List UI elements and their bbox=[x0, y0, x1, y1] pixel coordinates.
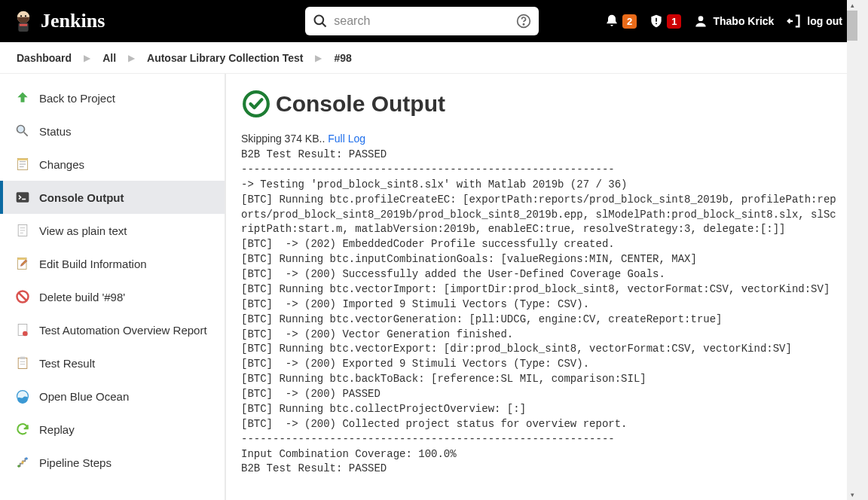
steps-icon bbox=[15, 455, 30, 470]
search-icon bbox=[313, 14, 328, 29]
arrow-up-icon bbox=[15, 90, 30, 105]
logout-link[interactable]: log out bbox=[786, 13, 842, 29]
crumb-dashboard[interactable]: Dashboard bbox=[8, 47, 81, 69]
sidebar-label: Pipeline Steps bbox=[39, 456, 112, 469]
alert-badge: 1 bbox=[667, 14, 681, 29]
sidebar-item-result[interactable]: Test Result bbox=[0, 346, 225, 380]
blueocean-icon bbox=[15, 389, 30, 404]
svg-point-11 bbox=[698, 16, 704, 21]
breadcrumb: Dashboard ▶ All ▶ Autosar Library Collec… bbox=[0, 42, 857, 74]
sidebar-label: Test Automation Overview Report bbox=[39, 324, 207, 337]
skip-info: Skipping 374 KB.. Full Log bbox=[241, 133, 842, 145]
user-link[interactable]: Thabo Krick bbox=[693, 14, 774, 29]
svg-point-3 bbox=[20, 15, 22, 17]
delete-icon bbox=[15, 289, 30, 304]
svg-rect-26 bbox=[17, 258, 26, 261]
svg-rect-9 bbox=[656, 18, 657, 22]
svg-rect-2 bbox=[20, 24, 27, 26]
sidebar-label: Open Blue Ocean bbox=[39, 390, 129, 403]
clipboard-icon bbox=[15, 355, 30, 370]
crumb-view[interactable]: All bbox=[93, 47, 125, 69]
sidebar-label: Replay bbox=[39, 423, 75, 436]
sidebar-item-delete[interactable]: Delete build '#98' bbox=[0, 280, 225, 313]
svg-point-8 bbox=[524, 24, 524, 25]
page-header: Jenkins 2 bbox=[0, 0, 857, 42]
help-icon[interactable] bbox=[516, 14, 531, 29]
page-title: Console Output bbox=[276, 91, 445, 117]
sidebar-item-replay[interactable]: Replay bbox=[0, 413, 225, 446]
main-content: Console Output Skipping 374 KB.. Full Lo… bbox=[226, 74, 857, 500]
scroll-down-arrow[interactable]: ▾ bbox=[847, 489, 857, 500]
notepad-icon bbox=[15, 157, 30, 172]
sidebar-item-edit[interactable]: Edit Build Information bbox=[0, 247, 225, 280]
sidebar-item-pipeline[interactable]: Pipeline Steps bbox=[0, 446, 225, 479]
svg-line-13 bbox=[24, 133, 28, 136]
sidebar-item-status[interactable]: Status bbox=[0, 114, 225, 148]
replay-icon bbox=[15, 422, 30, 437]
sidebar-item-blueocean[interactable]: Open Blue Ocean bbox=[0, 380, 225, 413]
document-icon bbox=[15, 223, 30, 238]
logout-label: log out bbox=[807, 15, 842, 27]
sidebar-label: Console Output bbox=[39, 191, 124, 204]
svg-point-36 bbox=[17, 465, 20, 467]
search-input[interactable] bbox=[334, 14, 516, 28]
brand-text: Jenkins bbox=[41, 10, 105, 32]
jenkins-logo-icon bbox=[12, 8, 35, 34]
svg-rect-18 bbox=[17, 159, 27, 161]
scroll-thumb[interactable] bbox=[847, 11, 857, 41]
scrollbar[interactable]: ▴ ▾ bbox=[847, 0, 857, 500]
svg-point-30 bbox=[23, 331, 28, 337]
sidebar-label: Edit Build Information bbox=[39, 258, 147, 270]
scroll-up-arrow[interactable]: ▴ bbox=[847, 0, 857, 11]
sidebar-label: View as plain text bbox=[39, 224, 127, 237]
edit-icon bbox=[15, 256, 30, 271]
svg-line-6 bbox=[322, 23, 326, 27]
sidebar-item-console[interactable]: Console Output bbox=[0, 181, 225, 214]
sidebar-label: Back to Project bbox=[39, 92, 115, 105]
notif-badge: 2 bbox=[622, 14, 637, 29]
sidebar-label: Changes bbox=[39, 158, 84, 171]
svg-rect-31 bbox=[18, 358, 27, 368]
terminal-icon bbox=[15, 190, 30, 205]
logo[interactable]: Jenkins bbox=[12, 8, 105, 34]
crumb-project[interactable]: Autosar Library Collection Test bbox=[138, 47, 312, 69]
console-log: B2B Test Result: PASSED ----------------… bbox=[241, 148, 842, 477]
svg-line-28 bbox=[19, 293, 26, 300]
skip-text: Skipping 374 KB.. bbox=[241, 133, 328, 145]
svg-point-5 bbox=[315, 16, 324, 25]
sidebar-item-changes[interactable]: Changes bbox=[0, 148, 225, 181]
search-container bbox=[305, 7, 539, 35]
sidebar-label: Delete build '#98' bbox=[39, 291, 125, 303]
sidebar: Back to Project Status Changes Console O… bbox=[0, 74, 226, 500]
sidebar-item-back[interactable]: Back to Project bbox=[0, 81, 225, 114]
notifications-button[interactable]: 2 bbox=[604, 14, 637, 29]
chevron-right-icon: ▶ bbox=[84, 53, 90, 63]
full-log-link[interactable]: Full Log bbox=[328, 133, 365, 145]
svg-rect-10 bbox=[656, 23, 657, 25]
sidebar-label: Test Result bbox=[39, 357, 95, 370]
sidebar-item-plain[interactable]: View as plain text bbox=[0, 214, 225, 247]
user-icon bbox=[693, 14, 708, 29]
chevron-right-icon: ▶ bbox=[315, 53, 322, 63]
svg-point-38 bbox=[25, 457, 27, 459]
svg-point-37 bbox=[21, 461, 23, 463]
bell-icon bbox=[604, 14, 619, 29]
magnifier-icon bbox=[15, 123, 30, 139]
sidebar-item-overview[interactable]: Test Automation Overview Report bbox=[0, 313, 225, 346]
report-icon bbox=[15, 322, 30, 337]
svg-point-12 bbox=[17, 126, 25, 133]
crumb-build[interactable]: #98 bbox=[325, 47, 360, 69]
success-icon bbox=[241, 89, 271, 119]
chevron-right-icon: ▶ bbox=[128, 53, 135, 63]
alerts-button[interactable]: 1 bbox=[649, 14, 681, 29]
svg-rect-19 bbox=[17, 192, 29, 202]
search-box[interactable] bbox=[305, 7, 539, 35]
user-name: Thabo Krick bbox=[713, 15, 774, 27]
svg-point-4 bbox=[25, 15, 26, 17]
svg-rect-32 bbox=[20, 357, 26, 359]
header-actions: 2 1 Thabo Krick log out bbox=[604, 13, 842, 29]
sidebar-label: Status bbox=[39, 125, 72, 138]
shield-alert-icon bbox=[649, 14, 664, 29]
logout-icon bbox=[786, 13, 802, 29]
